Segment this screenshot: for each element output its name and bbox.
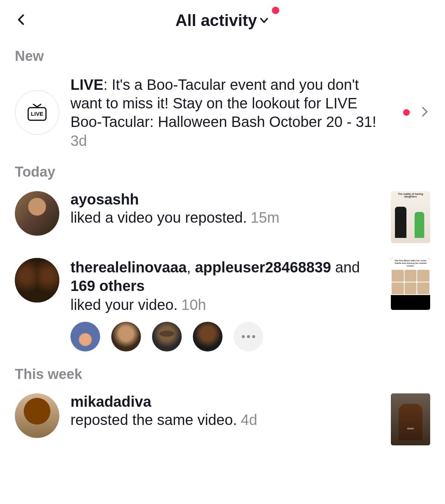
unread-dot bbox=[403, 109, 410, 116]
timestamp: 4d bbox=[241, 412, 257, 428]
others-count[interactable]: 169 others bbox=[70, 278, 145, 294]
live-message: : It's a Boo-Tacular event and you don't… bbox=[70, 76, 376, 130]
chevron-down-icon bbox=[258, 15, 270, 26]
liker-avatar[interactable] bbox=[70, 322, 100, 351]
notification-row[interactable]: therealelinovaaa, appleuser28468839 and … bbox=[0, 251, 445, 359]
video-thumbnail[interactable]: Hip Hop Miami talks her sister Gaelle an… bbox=[391, 258, 430, 310]
section-label-today: Today bbox=[0, 157, 445, 184]
username[interactable]: appleuser28468839 bbox=[195, 259, 331, 275]
avatar[interactable] bbox=[15, 393, 59, 438]
back-button[interactable] bbox=[15, 13, 28, 28]
username[interactable]: therealelinovaaa bbox=[70, 259, 187, 275]
thumbnail-caption: Amen bbox=[391, 427, 430, 430]
live-notification-row[interactable]: LIVE LIVE: It's a Boo-Tacular event and … bbox=[0, 68, 445, 157]
timestamp: 3d bbox=[70, 132, 392, 149]
notification-content: therealelinovaaa, appleuser28468839 and … bbox=[70, 258, 380, 351]
timestamp: 10h bbox=[181, 297, 206, 313]
section-label-new: New bbox=[0, 41, 445, 68]
action-text: liked a video you reposted. bbox=[70, 209, 247, 226]
username[interactable]: ayosashh bbox=[70, 191, 380, 208]
svg-text:LIVE: LIVE bbox=[31, 111, 43, 117]
avatar[interactable] bbox=[15, 191, 59, 236]
liker-avatar[interactable] bbox=[193, 322, 222, 351]
live-prefix: LIVE bbox=[70, 76, 103, 93]
live-icon: LIVE bbox=[15, 90, 59, 135]
notification-dot bbox=[272, 7, 279, 14]
thumbnail-caption: Hip Hop Miami talks her sister Gaelle an… bbox=[391, 258, 430, 269]
timestamp: 15m bbox=[251, 209, 280, 226]
chevron-right-icon bbox=[419, 104, 430, 121]
notification-row[interactable]: mikadadiva reposted the same video.4d Am… bbox=[0, 386, 445, 453]
row-right bbox=[403, 104, 430, 121]
avatar[interactable] bbox=[15, 258, 59, 302]
activity-filter-dropdown[interactable]: All activity bbox=[175, 11, 270, 30]
video-thumbnail[interactable]: The reality of having daughters bbox=[391, 191, 430, 243]
page-title: All activity bbox=[175, 11, 257, 30]
more-likers-button[interactable] bbox=[234, 322, 263, 351]
liker-avatar[interactable] bbox=[152, 322, 182, 351]
action-text: liked your video. bbox=[70, 297, 178, 313]
username[interactable]: mikadadiva bbox=[70, 393, 380, 410]
liker-avatar[interactable] bbox=[111, 322, 141, 351]
chevron-left-icon bbox=[15, 13, 28, 26]
video-thumbnail[interactable]: Amen bbox=[391, 393, 430, 445]
notification-row[interactable]: ayosashh liked a video you reposted.15m … bbox=[0, 184, 445, 251]
notification-content: mikadadiva reposted the same video.4d bbox=[70, 393, 380, 429]
action-text: reposted the same video. bbox=[70, 412, 237, 428]
notification-content: ayosashh liked a video you reposted.15m bbox=[70, 191, 380, 227]
section-label-thisweek: This week bbox=[0, 359, 445, 386]
header: All activity bbox=[0, 0, 445, 41]
notification-content: LIVE: It's a Boo-Tacular event and you d… bbox=[70, 75, 392, 149]
thumbnail-caption: The reality of having daughters bbox=[392, 193, 429, 198]
likers-avatar-list bbox=[70, 322, 380, 351]
